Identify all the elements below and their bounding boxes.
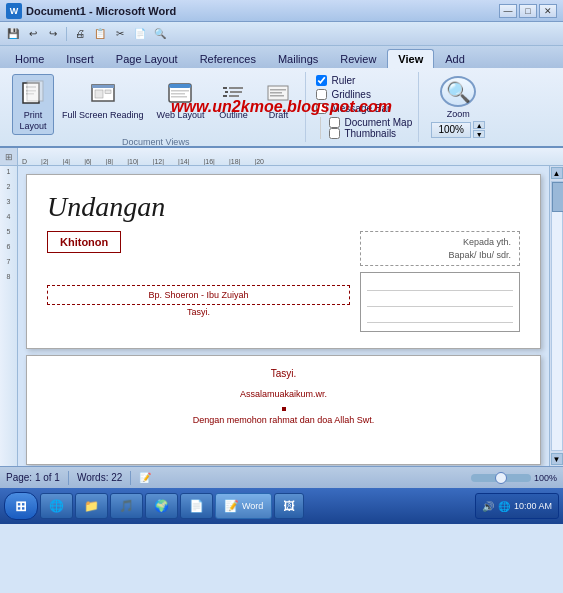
full-screen-icon xyxy=(87,77,119,109)
taskbar-photo[interactable]: 🖼 xyxy=(274,493,304,519)
doc-title: Undangan xyxy=(47,191,520,223)
word-taskbar-label: Word xyxy=(242,501,263,511)
zoom-slider-thumb[interactable] xyxy=(495,472,507,484)
ruler-marks: D |2| |4| |6| |8| |10| |12| |14| |16| |1… xyxy=(18,148,563,165)
address-lines-box xyxy=(360,272,520,332)
status-icon: 📝 xyxy=(139,472,151,483)
doc-content: Khitonon Bp. Shoeron - Ibu Zuiyah Tasyi.… xyxy=(47,231,520,332)
docmap-checkbox[interactable] xyxy=(329,117,340,128)
zoom-button[interactable]: 🔍 xyxy=(440,76,476,107)
docmap-label: Document Map xyxy=(344,117,412,128)
page2-line1: Tasyi. xyxy=(47,368,520,379)
photo-icon: 🖼 xyxy=(283,499,295,513)
doc-left-col: Khitonon Bp. Shoeron - Ibu Zuiyah Tasyi. xyxy=(47,231,350,332)
window-controls: — □ ✕ xyxy=(499,4,557,18)
messagebar-checkbox[interactable] xyxy=(316,103,327,114)
zoom-controls: 100% ▲ ▼ xyxy=(431,121,485,138)
title-bar: W Document1 - Microsoft Word — □ ✕ xyxy=(0,0,563,22)
draft-icon xyxy=(262,77,294,109)
maximize-button[interactable]: □ xyxy=(519,4,537,18)
outline-button[interactable]: Outline xyxy=(212,74,254,124)
address-sub: Bapak/ Ibu/ sdr. xyxy=(369,249,511,262)
ruler-mark: D xyxy=(22,158,27,165)
draft-label: Draft xyxy=(269,110,289,121)
minimize-button[interactable]: — xyxy=(499,4,517,18)
taskbar-media[interactable]: 🎵 xyxy=(110,493,143,519)
document-scroll-area[interactable]: Undangan Khitonon Bp. Shoeron - Ibu Zuiy… xyxy=(18,166,549,466)
print-button[interactable]: 🖨 xyxy=(71,25,89,43)
quick-access-toolbar: 💾 ↩ ↪ 🖨 📋 ✂ 📄 🔍 xyxy=(0,22,563,46)
show-hide-col2: Document Map Thumbnails xyxy=(320,117,412,139)
undo-button[interactable]: ↩ xyxy=(24,25,42,43)
system-tray: 🔊 🌐 10:00 AM xyxy=(475,493,559,519)
page-info: Page: 1 of 1 xyxy=(6,472,60,483)
cut-button[interactable]: ✂ xyxy=(111,25,129,43)
status-separator-1 xyxy=(68,471,69,485)
taskbar-doc[interactable]: 📄 xyxy=(180,493,213,519)
svg-rect-23 xyxy=(270,95,284,97)
new-button[interactable]: 📄 xyxy=(131,25,149,43)
taskbar-ie[interactable]: 🌐 xyxy=(40,493,73,519)
show-hide-group: Ruler Gridlines Message Bar Document Map… xyxy=(310,72,419,142)
thumbnails-checkbox-item[interactable]: Thumbnails xyxy=(329,128,412,139)
svg-rect-22 xyxy=(270,92,282,94)
print-layout-button[interactable]: PrintLayout xyxy=(12,74,54,135)
scroll-up-button[interactable]: ▲ xyxy=(551,167,563,179)
scroll-thumb[interactable] xyxy=(552,182,564,212)
taskbar-chrome[interactable]: 🌍 xyxy=(145,493,178,519)
page2-line2: Assalamuakaikum.wr. xyxy=(47,389,520,399)
copy-button[interactable]: 📋 xyxy=(91,25,109,43)
status-zoom-percent: 100% xyxy=(534,473,557,483)
taskbar-word[interactable]: 📝 Word xyxy=(215,493,272,519)
thumbnails-checkbox[interactable] xyxy=(329,128,340,139)
tab-mailings[interactable]: Mailings xyxy=(267,49,329,68)
ribbon-panel: www.un2kmoe.blogspot.com PrintLayout xyxy=(0,68,563,148)
thumbnails-label: Thumbnails xyxy=(344,128,396,139)
messagebar-checkbox-item[interactable]: Message Bar xyxy=(316,103,412,114)
ruler-checkbox-item[interactable]: Ruler xyxy=(316,75,412,86)
svg-rect-16 xyxy=(225,91,228,93)
start-button[interactable]: ⊞ xyxy=(4,492,38,520)
ruler-corner: ⊞ xyxy=(0,148,18,166)
zoom-down-button[interactable]: ▼ xyxy=(473,130,485,138)
scrollbar[interactable]: ▲ ▼ xyxy=(549,166,563,466)
full-screen-button[interactable]: Full Screen Reading xyxy=(57,74,149,124)
zoom-group: 🔍 Zoom 100% ▲ ▼ xyxy=(423,72,493,142)
taskbar-folder[interactable]: 📁 xyxy=(75,493,108,519)
tab-view[interactable]: View xyxy=(387,49,434,69)
zoom-up-button[interactable]: ▲ xyxy=(473,121,485,129)
chrome-icon: 🌍 xyxy=(154,499,169,513)
tray-icon-1: 🔊 xyxy=(482,501,494,512)
save-button[interactable]: 💾 xyxy=(4,25,22,43)
tab-home[interactable]: Home xyxy=(4,49,55,68)
scroll-down-button[interactable]: ▼ xyxy=(551,453,563,465)
svg-rect-21 xyxy=(270,89,286,91)
tab-references[interactable]: References xyxy=(189,49,267,68)
svg-rect-15 xyxy=(229,87,243,89)
sender-area: Bp. Shoeron - Ibu Zuiyah Tasyi. xyxy=(47,285,350,317)
media-icon: 🎵 xyxy=(119,499,134,513)
tab-review[interactable]: Review xyxy=(329,49,387,68)
ruler-checkbox[interactable] xyxy=(316,75,327,86)
status-separator-2 xyxy=(130,471,131,485)
horizontal-ruler: D |2| |4| |6| |8| |10| |12| |14| |16| |1… xyxy=(18,148,563,166)
document-views-label: Document Views xyxy=(122,137,189,147)
doc-icon: 📄 xyxy=(189,499,204,513)
print-layout-label: PrintLayout xyxy=(19,110,46,132)
tab-insert[interactable]: Insert xyxy=(55,49,105,68)
web-layout-button[interactable]: Web Layout xyxy=(152,74,210,124)
find-button[interactable]: 🔍 xyxy=(151,25,169,43)
tab-page-layout[interactable]: Page Layout xyxy=(105,49,189,68)
docmap-checkbox-item[interactable]: Document Map xyxy=(329,117,412,128)
zoom-slider-track[interactable] xyxy=(471,474,531,482)
redo-button[interactable]: ↪ xyxy=(44,25,62,43)
zoom-percent-display[interactable]: 100% xyxy=(431,122,471,138)
close-button[interactable]: ✕ xyxy=(539,4,557,18)
gridlines-checkbox[interactable] xyxy=(316,89,327,100)
ruler-label: Ruler xyxy=(331,75,355,86)
draft-button[interactable]: Draft xyxy=(257,74,299,124)
tab-add[interactable]: Add xyxy=(434,49,476,68)
address-header: Kepada yth. xyxy=(369,236,511,249)
web-layout-icon xyxy=(164,77,196,109)
gridlines-checkbox-item[interactable]: Gridlines xyxy=(316,89,412,100)
